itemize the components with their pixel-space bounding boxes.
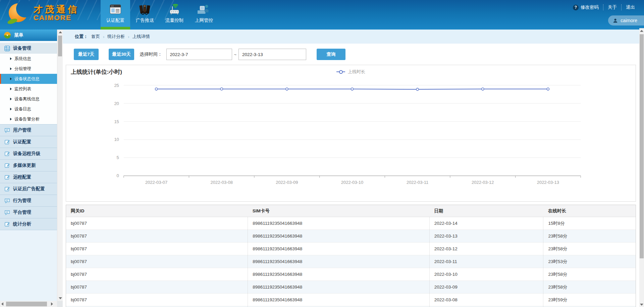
table-cell: 2022-03-12 (429, 243, 543, 255)
sidebar-item-5[interactable]: 多媒体更新 (0, 159, 57, 171)
sidebar-vertical-scrollbar[interactable] (57, 30, 63, 301)
table-cell: bj00787 (66, 243, 248, 255)
auth-config-icon (109, 3, 122, 16)
column-header-3: 日期 (429, 205, 543, 217)
header-link-1[interactable]: ?修改密码 (569, 4, 603, 10)
table-cell: 89861119235041663948 (248, 217, 430, 230)
table-row-3: bj00787898611192350416639482022-03-1223时… (66, 243, 636, 255)
scroll-right-icon[interactable] (51, 302, 53, 306)
breadcrumb-prefix: 位置： (75, 34, 88, 40)
breadcrumb-item-2[interactable]: 统计分析 (107, 34, 125, 40)
page-vertical-scrollbar[interactable] (639, 28, 644, 307)
scroll-down-icon[interactable] (59, 297, 62, 299)
svg-text:2022-03-13: 2022-03-13 (537, 180, 559, 185)
sidebar-item-1[interactable]: 设备管理 (0, 43, 57, 54)
svg-text:5: 5 (117, 155, 119, 160)
date-from-input[interactable] (166, 49, 232, 60)
table-cell: bj00787 (66, 255, 248, 268)
header-link-2[interactable]: 关于 (603, 4, 621, 10)
sidebar-item-3[interactable]: 认证配置 (0, 136, 57, 148)
header-link-label: 修改密码 (581, 4, 599, 10)
main-nav: 认证配置广告推送流量控制上网管控 (101, 0, 219, 30)
breadcrumb-item-1[interactable]: 首页 (91, 34, 100, 40)
sidebar-item-2[interactable]: 用户管理 (0, 124, 57, 136)
scroll-up-icon[interactable] (59, 31, 62, 33)
user-icon (613, 18, 618, 23)
edit-icon (4, 174, 10, 180)
header-links: ?修改密码关于退出 (569, 4, 639, 10)
menu-toggle-icon: ▼ (4, 32, 11, 39)
nav-tab-label: 认证配置 (106, 17, 124, 23)
sidebar-subitem-1-4[interactable]: 监控列表 (0, 84, 57, 94)
header-link-3[interactable]: 退出 (621, 4, 639, 10)
sidebar-subitem-1-3[interactable]: 设备状态信息 (0, 74, 57, 84)
nav-tab-2[interactable]: 广告推送 (130, 0, 160, 30)
sidebar-subitem-1-6[interactable]: 设备日志 (0, 104, 57, 114)
triangle-right-icon (10, 118, 12, 120)
breadcrumb-item-3: 上线详情 (132, 34, 150, 40)
line-chart-canvas: 05101520252022-03-072022-03-082022-03-09… (66, 65, 636, 201)
sidebar-horizontal-scrollbar[interactable] (0, 301, 57, 307)
svg-text:2022-03-11: 2022-03-11 (407, 180, 428, 185)
sidebar-menu-header[interactable]: ▼ 菜单 (0, 30, 57, 41)
help-icon: ? (573, 5, 579, 10)
nav-tab-3[interactable]: 流量控制 (160, 0, 189, 30)
chat-icon (4, 210, 10, 215)
svg-text:25: 25 (114, 83, 119, 88)
sidebar-item-label: 远程配置 (13, 174, 31, 180)
sidebar-item-label: 认证后广告配置 (13, 186, 45, 192)
filter-bar: 最近7天 最近30天 选择时间： ~ 查询 (74, 49, 639, 60)
table-cell: 23时53分 (543, 255, 636, 268)
sidebar-subitem-1-1[interactable]: 系统信息 (0, 54, 57, 64)
table-cell: 89861119235041663948 (248, 268, 430, 281)
sidebar-item-label: 统计分析 (13, 221, 31, 227)
sidebar-subitem-1-5[interactable]: 设备离线信息 (0, 94, 57, 104)
sidebar-item-6[interactable]: 远程配置 (0, 171, 57, 183)
table-cell: 89861119235041663948 (248, 294, 430, 306)
sidebar-item-9[interactable]: 平台管理 (0, 206, 57, 218)
table-cell: 2022-03-13 (429, 230, 543, 243)
table-cell: 2022-03-14 (429, 217, 543, 230)
last-30-days-button[interactable]: 最近30天 (109, 49, 134, 60)
traffic-control-icon (168, 3, 181, 16)
online-statistics-page: { "header": { "brand": {"title_cn": "才茂通… (0, 0, 644, 307)
sidebar-item-7[interactable]: 认证后广告配置 (0, 183, 57, 195)
scroll-left-icon[interactable] (1, 302, 3, 306)
column-header-2: SIM卡号 (248, 205, 430, 217)
nav-tab-1[interactable]: 认证配置 (101, 0, 130, 30)
sidebar-hscroll-thumb[interactable] (6, 302, 47, 306)
triangle-right-icon (10, 67, 12, 70)
scroll-down-icon[interactable] (640, 304, 643, 306)
page-vscroll-thumb[interactable] (640, 34, 644, 258)
sidebar-subitem-1-7[interactable]: 设备告警分析 (0, 114, 57, 124)
scroll-up-icon[interactable] (640, 30, 643, 32)
last-7-days-button[interactable]: 最近7天 (74, 49, 99, 60)
svg-text:2022-03-07: 2022-03-07 (145, 180, 167, 185)
table-header-row: 网关IDSIM卡号日期在线时长 (66, 205, 636, 217)
app-header: 才茂通信 CAIMORE 认证配置广告推送流量控制上网管控 ?修改密码关于退出 … (0, 0, 644, 30)
table-cell: 23时58分 (543, 268, 636, 281)
sidebar-item-label: 行为管理 (13, 198, 31, 204)
online-detail-table: 网关IDSIM卡号日期在线时长 bj0078789861119235041663… (66, 205, 636, 307)
sidebar-item-8[interactable]: 行为管理 (0, 195, 57, 206)
edit-icon (4, 221, 10, 227)
date-to-input[interactable] (238, 49, 306, 60)
sidebar-item-4[interactable]: 设备远程升级 (0, 148, 57, 159)
breadcrumb-separator-icon: › (128, 34, 129, 39)
edit-icon (4, 163, 10, 168)
sidebar-vscroll-thumb[interactable] (58, 36, 62, 56)
sidebar-subitem-label: 监控列表 (14, 86, 31, 92)
table-row-4: bj00787898611192350416639482022-03-1123时… (66, 255, 636, 268)
nav-tab-4[interactable]: 上网管控 (189, 0, 219, 30)
sidebar-item-10[interactable]: 统计分析 (0, 218, 57, 230)
user-menu[interactable]: caimore (608, 15, 644, 25)
table-row-5: bj00787898611192350416639482022-03-1023时… (66, 268, 636, 281)
sidebar-subitem-1-2[interactable]: 分组管理 (0, 64, 57, 74)
nav-tab-label: 流量控制 (165, 17, 183, 23)
query-button[interactable]: 查询 (317, 49, 345, 60)
menu-title: 菜单 (14, 32, 23, 38)
column-header-4: 在线时长 (543, 205, 636, 217)
table-cell: bj00787 (66, 281, 248, 294)
table-cell: 15时8分 (543, 217, 636, 230)
grid-icon (4, 46, 10, 51)
